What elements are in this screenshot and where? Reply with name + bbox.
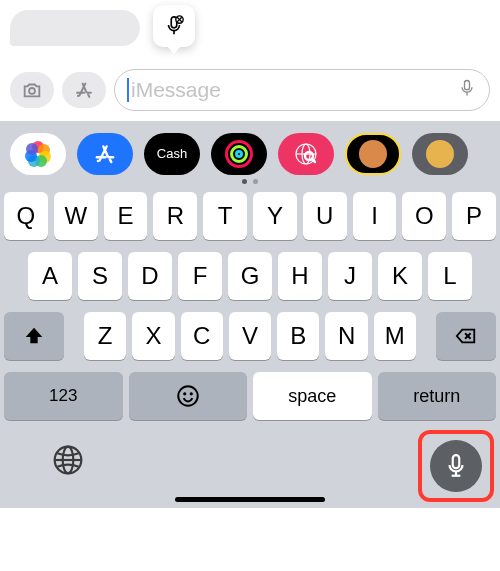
globe-button[interactable] bbox=[52, 444, 84, 480]
key-c[interactable]: C bbox=[181, 312, 223, 360]
key-v[interactable]: V bbox=[229, 312, 271, 360]
home-indicator[interactable] bbox=[175, 497, 325, 502]
key-b[interactable]: B bbox=[277, 312, 319, 360]
received-message-bubble[interactable] bbox=[10, 10, 140, 46]
mic-disabled-tooltip bbox=[153, 5, 195, 47]
space-key[interactable]: space bbox=[253, 372, 372, 420]
key-m[interactable]: M bbox=[374, 312, 416, 360]
key-g[interactable]: G bbox=[228, 252, 272, 300]
app-store-icon bbox=[73, 79, 95, 101]
app-store-chip[interactable] bbox=[77, 133, 133, 175]
space-label: space bbox=[288, 386, 336, 407]
apps-button[interactable] bbox=[62, 72, 106, 108]
svg-point-15 bbox=[97, 159, 100, 162]
compose-bar: iMessage bbox=[0, 59, 500, 121]
mic-disabled-icon bbox=[163, 15, 185, 37]
apple-cash-label: Cash bbox=[157, 146, 187, 161]
key-x[interactable]: X bbox=[132, 312, 174, 360]
backspace-icon bbox=[455, 325, 477, 347]
mic-icon bbox=[457, 78, 477, 98]
input-mic-button[interactable] bbox=[457, 78, 477, 102]
return-label: return bbox=[413, 386, 460, 407]
svg-point-23 bbox=[178, 386, 198, 406]
key-h[interactable]: H bbox=[278, 252, 322, 300]
keyboard-system-bar bbox=[0, 428, 500, 508]
svg-line-8 bbox=[88, 95, 89, 97]
key-o[interactable]: O bbox=[402, 192, 446, 240]
activity-chip[interactable] bbox=[211, 133, 267, 175]
numeric-mode-key[interactable]: 123 bbox=[4, 372, 123, 420]
backspace-key[interactable] bbox=[436, 312, 496, 360]
svg-point-9 bbox=[77, 95, 79, 97]
camera-button[interactable] bbox=[10, 72, 54, 108]
memoji-chip[interactable] bbox=[345, 133, 401, 175]
key-f[interactable]: F bbox=[178, 252, 222, 300]
activity-rings-icon bbox=[225, 140, 253, 168]
dictation-button[interactable] bbox=[430, 440, 482, 492]
key-z[interactable]: Z bbox=[84, 312, 126, 360]
key-i[interactable]: I bbox=[353, 192, 397, 240]
svg-rect-10 bbox=[465, 81, 470, 90]
shift-key[interactable] bbox=[4, 312, 64, 360]
imessage-app-tray[interactable]: Cash bbox=[0, 121, 500, 186]
camera-icon bbox=[21, 79, 43, 101]
svg-rect-29 bbox=[453, 455, 460, 468]
memoji-icon bbox=[359, 140, 387, 168]
key-q[interactable]: Q bbox=[4, 192, 48, 240]
key-l[interactable]: L bbox=[428, 252, 472, 300]
photos-app-icon bbox=[24, 140, 52, 168]
svg-point-24 bbox=[183, 393, 185, 395]
svg-point-5 bbox=[29, 88, 35, 94]
shift-icon bbox=[23, 325, 45, 347]
apple-cash-chip[interactable]: Cash bbox=[144, 133, 200, 175]
tray-page-indicator bbox=[242, 179, 258, 184]
globe-icon bbox=[52, 444, 84, 476]
animoji-chip[interactable] bbox=[412, 133, 468, 175]
animoji-icon bbox=[426, 140, 454, 168]
message-input[interactable]: iMessage bbox=[114, 69, 490, 111]
key-p[interactable]: P bbox=[452, 192, 496, 240]
svg-line-14 bbox=[110, 159, 111, 162]
text-caret bbox=[127, 78, 129, 102]
message-placeholder: iMessage bbox=[131, 78, 457, 102]
return-key[interactable]: return bbox=[378, 372, 497, 420]
photos-app-chip[interactable] bbox=[10, 133, 66, 175]
key-n[interactable]: N bbox=[325, 312, 367, 360]
key-r[interactable]: R bbox=[153, 192, 197, 240]
emoji-key[interactable] bbox=[129, 372, 248, 420]
key-k[interactable]: K bbox=[378, 252, 422, 300]
numeric-mode-label: 123 bbox=[49, 386, 77, 406]
key-s[interactable]: S bbox=[78, 252, 122, 300]
image-search-icon bbox=[294, 142, 318, 166]
key-w[interactable]: W bbox=[54, 192, 98, 240]
key-e[interactable]: E bbox=[104, 192, 148, 240]
keyboard: QWERTYUIOP ASDFGHJKL ZXCVBNM 123 space r… bbox=[0, 186, 500, 428]
dictation-mic-icon bbox=[443, 453, 469, 479]
key-j[interactable]: J bbox=[328, 252, 372, 300]
key-y[interactable]: Y bbox=[253, 192, 297, 240]
key-t[interactable]: T bbox=[203, 192, 247, 240]
key-a[interactable]: A bbox=[28, 252, 72, 300]
image-search-chip[interactable] bbox=[278, 133, 334, 175]
dictation-highlight bbox=[418, 430, 494, 502]
key-u[interactable]: U bbox=[303, 192, 347, 240]
key-d[interactable]: D bbox=[128, 252, 172, 300]
svg-point-25 bbox=[190, 393, 192, 395]
app-store-icon bbox=[92, 141, 118, 167]
emoji-icon bbox=[175, 383, 201, 409]
